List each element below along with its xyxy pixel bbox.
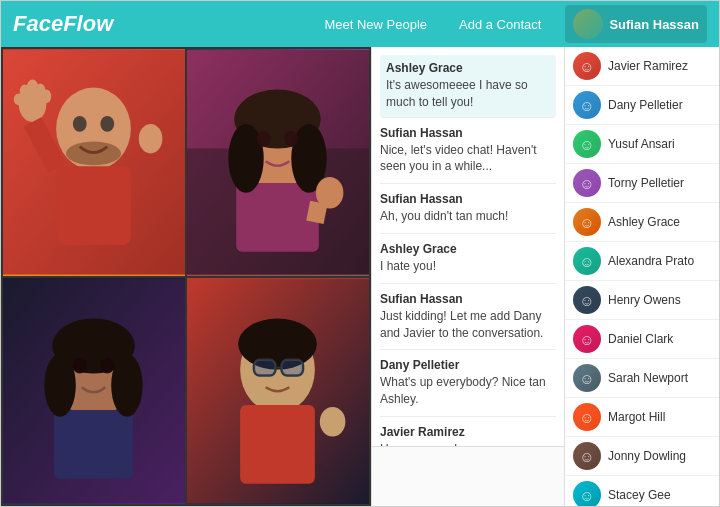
- message-sender: Sufian Hassan: [380, 126, 556, 140]
- svg-point-33: [73, 357, 87, 373]
- message-sender: Javier Ramirez: [380, 425, 556, 439]
- svg-point-34: [100, 357, 114, 373]
- video-feed-3: [3, 278, 185, 505]
- video-cell-4: [187, 278, 369, 505]
- message-text: Just kidding! Let me add Dany and Javier…: [380, 308, 556, 342]
- contact-avatar: ☺: [573, 91, 601, 119]
- message-text: Nice, let's video chat! Haven't seen you…: [380, 142, 556, 176]
- add-contact-button[interactable]: Add a Contact: [445, 11, 555, 38]
- current-user-panel[interactable]: Sufian Hassan: [565, 5, 707, 43]
- svg-rect-38: [240, 405, 315, 484]
- contact-avatar: ☺: [573, 247, 601, 275]
- svg-rect-42: [254, 359, 276, 375]
- contact-item[interactable]: ☺ Javier Ramirez: [565, 47, 719, 86]
- svg-point-44: [320, 406, 346, 436]
- contact-avatar: ☺: [573, 364, 601, 392]
- svg-point-23: [257, 131, 271, 147]
- contacts-sidebar: ☺ Javier Ramirez ☺ Dany Pelletier ☺ Yusu…: [564, 47, 719, 506]
- contact-name: Torny Pelletier: [608, 176, 684, 190]
- contact-avatar: ☺: [573, 52, 601, 80]
- chat-message: Ashley Grace I hate you!: [380, 242, 556, 284]
- video-cell-1: [3, 49, 185, 276]
- message-text: It's awesomeeee I have so much to tell y…: [386, 77, 550, 111]
- message-text: Ah, you didn't tan much!: [380, 208, 556, 225]
- contact-item[interactable]: ☺ Torny Pelletier: [565, 164, 719, 203]
- message-sender: Sufian Hassan: [380, 292, 556, 306]
- current-user-avatar: [573, 9, 603, 39]
- chat-input-area[interactable]: [372, 446, 564, 506]
- video-feed-4: [187, 278, 369, 505]
- contact-item[interactable]: ☺ Sarah Newport: [565, 359, 719, 398]
- header: FaceFlow Meet New People Add a Contact S…: [1, 1, 719, 47]
- contact-avatar: ☺: [573, 169, 601, 197]
- contact-avatar: ☺: [573, 325, 601, 353]
- contact-item[interactable]: ☺ Henry Owens: [565, 281, 719, 320]
- video-feed-2: [187, 49, 369, 276]
- meet-new-people-button[interactable]: Meet New People: [310, 11, 441, 38]
- message-text: What's up everybody? Nice tan Ashley.: [380, 374, 556, 408]
- contact-name: Yusuf Ansari: [608, 137, 675, 151]
- contact-item[interactable]: ☺ Alexandra Prato: [565, 242, 719, 281]
- chat-message: Sufian Hassan Ah, you didn't tan much!: [380, 192, 556, 234]
- video-cell-2: [187, 49, 369, 276]
- contact-name: Javier Ramirez: [608, 59, 688, 73]
- svg-point-32: [111, 353, 142, 416]
- contact-name: Alexandra Prato: [608, 254, 694, 268]
- message-sender: Sufian Hassan: [380, 192, 556, 206]
- video-feed-1: [3, 49, 185, 276]
- chat-message: Sufian Hassan Just kidding! Let me add D…: [380, 292, 556, 351]
- message-sender: Ashley Grace: [380, 242, 556, 256]
- contact-item[interactable]: ☺ Jonny Dowling: [565, 437, 719, 476]
- chat-area: Ashley Grace It's awesomeeee I have so m…: [371, 47, 564, 506]
- message-text: I hate you!: [380, 258, 556, 275]
- svg-point-37: [238, 318, 317, 369]
- app-logo: FaceFlow: [13, 11, 310, 37]
- svg-point-12: [73, 116, 87, 132]
- message-sender: Ashley Grace: [386, 61, 550, 75]
- contact-item[interactable]: ☺ Margot Hill: [565, 398, 719, 437]
- svg-point-11: [14, 93, 24, 105]
- svg-point-24: [284, 131, 298, 147]
- current-user-name: Sufian Hassan: [609, 17, 699, 32]
- app-container: FaceFlow Meet New People Add a Contact S…: [0, 0, 720, 507]
- contact-item[interactable]: ☺ Daniel Clark: [565, 320, 719, 359]
- contact-avatar: ☺: [573, 442, 601, 470]
- contact-avatar: ☺: [573, 481, 601, 506]
- chat-messages[interactable]: Ashley Grace It's awesomeeee I have so m…: [372, 47, 564, 446]
- svg-point-14: [66, 142, 121, 166]
- contact-name: Jonny Dowling: [608, 449, 686, 463]
- chat-message: Dany Pelletier What's up everybody? Nice…: [380, 358, 556, 417]
- contact-avatar: ☺: [573, 286, 601, 314]
- message-sender: Dany Pelletier: [380, 358, 556, 372]
- contact-name: Daniel Clark: [608, 332, 673, 346]
- contact-item[interactable]: ☺ Yusuf Ansari: [565, 125, 719, 164]
- contact-item[interactable]: ☺ Dany Pelletier: [565, 86, 719, 125]
- video-cell-3: [3, 278, 185, 505]
- main-content: Ashley Grace It's awesomeeee I have so m…: [1, 47, 719, 506]
- svg-rect-3: [56, 166, 131, 245]
- svg-rect-20: [236, 183, 319, 252]
- contact-item[interactable]: ☺ Stacey Gee: [565, 476, 719, 506]
- contact-name: Margot Hill: [608, 410, 665, 424]
- chat-message: Javier Ramirez Hey everyone!: [380, 425, 556, 446]
- contact-avatar: ☺: [573, 130, 601, 158]
- contact-item[interactable]: ☺ Ashley Grace: [565, 203, 719, 242]
- video-area: [1, 47, 371, 506]
- contact-name: Sarah Newport: [608, 371, 688, 385]
- contact-name: Henry Owens: [608, 293, 681, 307]
- contact-avatar: ☺: [573, 208, 601, 236]
- svg-rect-43: [281, 359, 303, 375]
- contact-name: Dany Pelletier: [608, 98, 683, 112]
- contact-avatar: ☺: [573, 403, 601, 431]
- chat-message: Ashley Grace It's awesomeeee I have so m…: [380, 55, 556, 118]
- svg-point-6: [139, 124, 163, 154]
- svg-rect-30: [54, 409, 133, 478]
- svg-line-26: [315, 203, 319, 223]
- svg-point-31: [44, 353, 75, 416]
- svg-point-10: [41, 89, 51, 103]
- chat-message: Sufian Hassan Nice, let's video chat! Ha…: [380, 126, 556, 185]
- contact-name: Ashley Grace: [608, 215, 680, 229]
- svg-point-13: [100, 116, 114, 132]
- contact-name: Stacey Gee: [608, 488, 671, 502]
